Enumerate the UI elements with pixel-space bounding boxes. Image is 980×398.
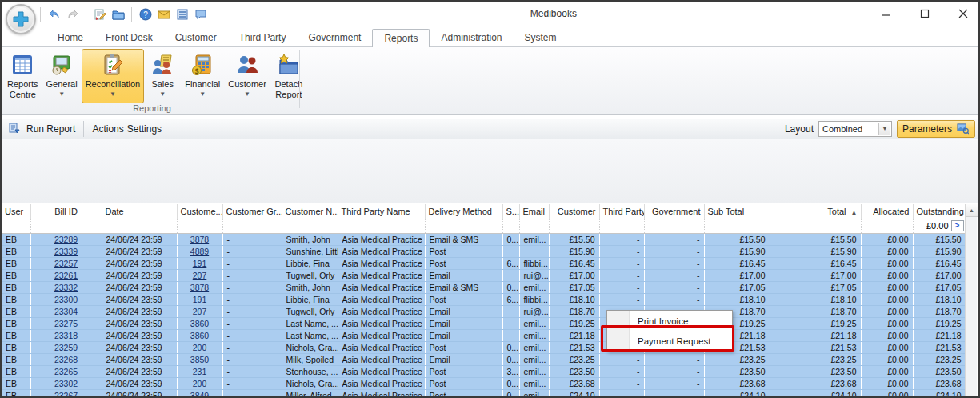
tab-reports[interactable]: Reports bbox=[372, 29, 430, 47]
filter-cell-customer_name[interactable] bbox=[282, 219, 338, 233]
table-row[interactable]: EB2327524/06/24 23:593860-Last Name, ...… bbox=[2, 317, 966, 329]
table-row[interactable]: EB2331824/06/24 23:593860-Last Name, ...… bbox=[2, 329, 966, 341]
menu-item-payment-request[interactable]: Payment Request bbox=[607, 331, 732, 351]
customer_no-link[interactable]: 191 bbox=[193, 295, 207, 304]
filter-cell-date[interactable] bbox=[102, 219, 177, 233]
filter-cell-third_party_name[interactable] bbox=[338, 219, 425, 233]
ribbon-button-customer[interactable]: Customer▼ bbox=[224, 49, 270, 103]
customer_no-link[interactable]: 200 bbox=[193, 343, 207, 352]
col-header-customer[interactable]: Customer bbox=[549, 204, 599, 219]
parameters-button[interactable]: Parameters bbox=[897, 120, 975, 138]
bill_id-link[interactable]: 23265 bbox=[54, 367, 78, 376]
layout-combobox[interactable]: Combined ▼ bbox=[818, 121, 892, 137]
list-icon[interactable] bbox=[175, 8, 189, 22]
ribbon-button-detach[interactable]: DetachReport bbox=[270, 49, 307, 103]
tab-system[interactable]: System bbox=[514, 29, 568, 46]
app-menu-button[interactable] bbox=[6, 4, 36, 34]
filter-cell-allocated[interactable] bbox=[861, 219, 913, 233]
tab-home[interactable]: Home bbox=[46, 29, 94, 46]
tab-third-party[interactable]: Third Party bbox=[228, 29, 298, 46]
col-header-outstanding[interactable]: Outstanding bbox=[913, 204, 966, 219]
bill_id-link[interactable]: 23318 bbox=[54, 331, 78, 340]
bill_id-link[interactable]: 23300 bbox=[54, 295, 78, 304]
tab-government[interactable]: Government bbox=[297, 29, 372, 46]
table-row[interactable]: EB2326824/06/24 23:593850-Milk, SpoiledA… bbox=[2, 353, 966, 365]
tab-front-desk[interactable]: Front Desk bbox=[94, 29, 164, 46]
filter-cell-s[interactable] bbox=[502, 219, 519, 233]
col-header-third_party_name[interactable]: Third Party Name bbox=[338, 204, 425, 219]
ribbon-button-sales[interactable]: Sales▼ bbox=[144, 49, 181, 103]
col-header-bill_id[interactable]: Bill ID bbox=[30, 204, 102, 219]
table-row[interactable]: EB2325724/06/24 23:59191-Libbie, FinaAsi… bbox=[2, 257, 966, 269]
customer_no-link[interactable]: 3849 bbox=[190, 391, 209, 397]
table-row[interactable]: EB2333224/06/24 23:593878-Smith, JohnAsi… bbox=[2, 281, 966, 293]
filter-apply-button[interactable]: > bbox=[951, 220, 964, 231]
vertical-scrollbar[interactable]: ▲ bbox=[965, 204, 977, 396]
col-header-user[interactable]: User bbox=[2, 204, 30, 219]
col-header-date[interactable]: Date bbox=[102, 204, 177, 219]
bill_id-link[interactable]: 23302 bbox=[54, 379, 78, 388]
filter-cell-customer[interactable] bbox=[549, 219, 599, 233]
col-header-government[interactable]: Government bbox=[644, 204, 704, 219]
undo-icon[interactable] bbox=[47, 8, 61, 22]
customer_no-link[interactable]: 4889 bbox=[190, 247, 209, 256]
bill_id-link[interactable]: 23275 bbox=[54, 319, 78, 328]
menu-item-print-invoice[interactable]: Print Invoice bbox=[607, 311, 732, 331]
customer_no-link[interactable]: 3850 bbox=[190, 355, 209, 364]
filter-cell-customer_no[interactable] bbox=[177, 219, 222, 233]
ribbon-button-financial[interactable]: $Financial▼ bbox=[181, 49, 224, 103]
filter-cell-total[interactable] bbox=[770, 219, 861, 233]
table-row[interactable]: EB2326724/06/24 23:593849-Miller, Alfred… bbox=[2, 389, 966, 396]
table-row[interactable]: EB2328924/06/24 23:593878-Smith, JohnAsi… bbox=[2, 233, 966, 245]
filter-cell-sub_total[interactable] bbox=[704, 219, 770, 233]
bill_id-link[interactable]: 23332 bbox=[54, 283, 78, 292]
mail-icon[interactable] bbox=[157, 8, 170, 22]
scroll-up-icon[interactable]: ▲ bbox=[966, 204, 978, 217]
table-row[interactable]: EB2326524/06/24 23:59231-Stenhouse, ...A… bbox=[2, 365, 966, 377]
ribbon-button-general[interactable]: General▼ bbox=[42, 49, 82, 103]
filter-cell-delivery_method[interactable] bbox=[425, 219, 502, 233]
customer_no-link[interactable]: 231 bbox=[193, 367, 207, 376]
col-header-customer_group[interactable]: Customer Gr... bbox=[222, 204, 282, 219]
table-row[interactable]: EB2330024/06/24 23:59191-Libbie, FinaAsi… bbox=[2, 293, 966, 305]
folder-icon[interactable] bbox=[111, 8, 125, 22]
bill_id-link[interactable]: 23339 bbox=[54, 247, 78, 256]
bill_id-link[interactable]: 23257 bbox=[54, 259, 78, 268]
col-header-delivery_method[interactable]: Delivery Method bbox=[425, 204, 502, 219]
table-row[interactable]: EB2333924/06/24 23:594889-Sunshine, Litt… bbox=[2, 245, 966, 257]
table-row[interactable]: EB2330424/06/24 23:59207-Tugwell, OrlyAs… bbox=[2, 305, 966, 317]
chevron-down-icon[interactable]: ▼ bbox=[878, 123, 890, 135]
bill_id-link[interactable]: 23261 bbox=[54, 271, 78, 280]
filter-cell-bill_id[interactable] bbox=[30, 219, 102, 233]
filter-cell-government[interactable] bbox=[644, 219, 704, 233]
col-header-customer_name[interactable]: Customer N... bbox=[282, 204, 338, 219]
customer_no-link[interactable]: 191 bbox=[193, 259, 207, 268]
edit-note-icon[interactable] bbox=[93, 8, 106, 22]
help-icon[interactable]: ? bbox=[138, 8, 152, 22]
actions-menu[interactable]: Actions bbox=[86, 119, 125, 139]
col-header-email[interactable]: Email bbox=[519, 204, 549, 219]
filter-cell-customer_group[interactable] bbox=[222, 219, 282, 233]
col-header-customer_no[interactable]: Custome... bbox=[177, 204, 222, 219]
close-button[interactable] bbox=[954, 6, 972, 21]
col-header-sub_total[interactable]: Sub Total bbox=[704, 204, 770, 219]
maximize-button[interactable] bbox=[916, 6, 934, 21]
redo-icon[interactable] bbox=[66, 8, 79, 22]
customer_no-link[interactable]: 200 bbox=[193, 379, 207, 388]
ribbon-button-reconciliation[interactable]: Reconciliation▼ bbox=[82, 49, 144, 103]
col-header-s[interactable]: S... bbox=[502, 204, 519, 219]
minimize-button[interactable] bbox=[878, 6, 895, 21]
run-report-button[interactable]: Run Report bbox=[2, 119, 82, 139]
filter-cell-email[interactable] bbox=[519, 219, 549, 233]
col-header-allocated[interactable]: Allocated bbox=[861, 204, 913, 219]
filter-cell-outstanding[interactable]: £0.00> bbox=[913, 219, 966, 233]
customer_no-link[interactable]: 3860 bbox=[190, 319, 209, 328]
tab-customer[interactable]: Customer bbox=[164, 29, 228, 46]
customer_no-link[interactable]: 3860 bbox=[190, 331, 209, 340]
chat-icon[interactable] bbox=[194, 8, 207, 22]
col-header-third_party[interactable]: Third Party bbox=[599, 204, 644, 219]
bill_id-link[interactable]: 23267 bbox=[54, 391, 78, 397]
tab-administration[interactable]: Administration bbox=[430, 29, 513, 46]
bill_id-link[interactable]: 23268 bbox=[54, 355, 78, 364]
bill_id-link[interactable]: 23259 bbox=[54, 343, 78, 352]
